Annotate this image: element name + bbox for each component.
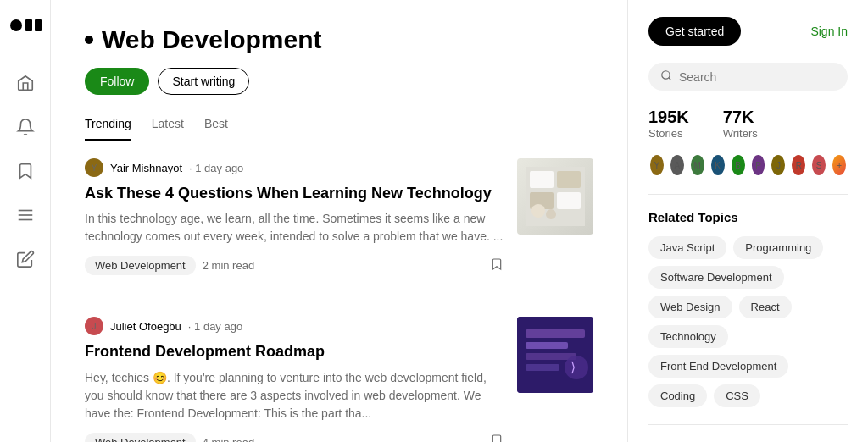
article-excerpt: In this technology age, we learn, all th… (85, 210, 504, 246)
svg-point-12 (546, 209, 556, 219)
article-content: Y Yair Mishnayot · 1 day ago Ask These 4… (85, 158, 504, 275)
article-thumbnail (517, 158, 593, 235)
tag-css[interactable]: CSS (714, 384, 760, 407)
stats-row: 195K Stories 77K Writers (648, 108, 848, 140)
article-title-2[interactable]: Frontend Development Roadmap (85, 342, 504, 362)
author-avatar-2: J (85, 317, 103, 335)
separator-2 (648, 424, 848, 425)
title-row: Web Development (85, 25, 593, 54)
article-footer-2: Web Development 4 min read (85, 433, 504, 442)
divider-1 (85, 296, 593, 296)
article-time-2: · 1 day ago (188, 320, 242, 333)
svg-point-18 (565, 356, 588, 379)
action-buttons: Follow Start writing (85, 68, 593, 95)
svg-point-11 (531, 204, 545, 218)
avatar-3: M (689, 153, 706, 177)
svg-point-0 (10, 19, 22, 31)
home-icon[interactable] (14, 71, 37, 95)
svg-rect-15 (526, 342, 568, 349)
article-footer: Web Development 2 min read (85, 256, 504, 275)
title-bullet (85, 36, 93, 44)
follow-button[interactable]: Follow (85, 68, 149, 95)
author-name-2: Juliet Ofoegbu (110, 320, 181, 333)
thumbnail-image-1 (517, 158, 593, 235)
read-time-2: 4 min read (203, 436, 254, 442)
tag-coding[interactable]: Coding (648, 384, 707, 407)
bookmark-nav-icon[interactable] (14, 159, 37, 183)
writers-stat: 77K Writers (723, 108, 758, 140)
author-avatar: Y (85, 158, 103, 177)
bookmark-icon[interactable] (490, 257, 504, 274)
article-thumbnail-2: ⟩ (517, 317, 593, 393)
svg-rect-2 (35, 19, 42, 31)
tags-grid: Java Script Programming Software Develop… (648, 236, 848, 407)
avatar-1: Y (648, 153, 665, 177)
footer-left: Web Development 2 min read (85, 256, 254, 275)
avatar-7: J (770, 153, 787, 177)
top-bar: Get started Sign In (648, 17, 848, 46)
page-title: Web Development (102, 25, 322, 54)
get-started-button[interactable]: Get started (648, 17, 741, 46)
article-meta: Y Yair Mishnayot · 1 day ago (85, 158, 504, 177)
tag-web-design[interactable]: Web Design (648, 296, 732, 318)
svg-point-20 (662, 71, 670, 79)
svg-text:⟩: ⟩ (570, 360, 576, 374)
sign-in-button[interactable]: Sign In (810, 25, 848, 38)
article-card-2: J Juliet Ofoegbu · 1 day ago Frontend De… (85, 317, 593, 442)
stories-stat: 195K Stories (648, 108, 689, 140)
tag-javascript[interactable]: Java Script (648, 236, 726, 259)
avatar-5: B (730, 153, 747, 177)
article-tag[interactable]: Web Development (85, 256, 196, 275)
article-time: · 1 day ago (189, 162, 243, 174)
search-box (648, 63, 848, 91)
tag-react[interactable]: React (739, 296, 792, 318)
avatar-10: + (831, 153, 848, 177)
main-content: Web Development Follow Start writing Tre… (51, 0, 627, 442)
search-icon (660, 69, 672, 84)
tag-technology[interactable]: Technology (648, 325, 728, 348)
article-title[interactable]: Ask These 4 Questions When Learning New … (85, 184, 504, 203)
svg-rect-10 (557, 192, 581, 209)
start-writing-button[interactable]: Start writing (158, 68, 249, 95)
svg-line-21 (669, 78, 671, 80)
search-input[interactable] (679, 70, 836, 84)
tab-best[interactable]: Best (204, 112, 228, 141)
list-icon[interactable] (14, 203, 37, 227)
avatar-6: P (750, 153, 767, 177)
avatar-8: R (790, 153, 807, 177)
read-time: 2 min read (203, 259, 254, 272)
stories-count: 195K (648, 108, 689, 127)
edit-icon[interactable] (14, 247, 37, 271)
bell-icon[interactable] (14, 115, 37, 139)
svg-rect-8 (557, 171, 581, 188)
avatar-4: K (709, 153, 726, 177)
sidebar (0, 0, 51, 442)
tag-programming[interactable]: Programming (733, 236, 823, 259)
writers-label: Writers (723, 127, 758, 140)
tab-latest[interactable]: Latest (152, 112, 184, 141)
svg-rect-14 (526, 329, 585, 338)
tab-trending[interactable]: Trending (85, 112, 131, 141)
svg-rect-1 (25, 19, 32, 31)
article-meta-2: J Juliet Ofoegbu · 1 day ago (85, 317, 504, 335)
avatar-2: A (669, 153, 686, 177)
content-tabs: Trending Latest Best (85, 112, 593, 141)
article-tag-2[interactable]: Web Development (85, 433, 196, 442)
article-card: Y Yair Mishnayot · 1 day ago Ask These 4… (85, 158, 593, 275)
author-name: Yair Mishnayot (110, 162, 182, 174)
tag-frontend[interactable]: Front End Development (648, 355, 788, 378)
logo-icon[interactable] (9, 17, 42, 39)
separator-1 (648, 194, 848, 195)
tag-software-dev[interactable]: Software Development (648, 266, 784, 289)
svg-rect-7 (530, 171, 554, 188)
bookmark-icon-2[interactable] (490, 434, 504, 442)
sidebar-nav (14, 71, 37, 271)
related-topics-title: Related Topics (648, 210, 848, 224)
writers-count: 77K (723, 108, 758, 127)
avatars-row: Y A M K B P J R S + (648, 153, 848, 177)
article-content-2: J Juliet Ofoegbu · 1 day ago Frontend De… (85, 317, 504, 442)
stories-label: Stories (648, 127, 689, 140)
avatar-9: S (810, 153, 827, 177)
svg-rect-17 (526, 364, 559, 371)
right-panel: Get started Sign In 195K Stories 77K Wri… (627, 0, 868, 442)
